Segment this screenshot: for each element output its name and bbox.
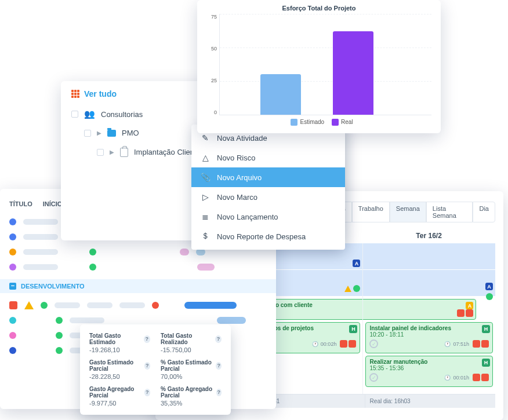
clock-icon: 🕐 xyxy=(312,341,318,347)
help-icon[interactable]: ? xyxy=(215,335,222,343)
chart-plot xyxy=(219,14,431,115)
help-icon[interactable]: ? xyxy=(216,389,222,396)
status-dot-icon xyxy=(9,233,16,240)
warning-icon xyxy=(24,301,34,309)
attachment-icon: 📎 xyxy=(201,173,210,182)
collapse-icon[interactable]: − xyxy=(9,283,16,290)
chart-panel: Esforço Total do Projeto 75 50 25 0 Esti… xyxy=(197,0,441,133)
chevron-icon: ▶ xyxy=(97,130,101,136)
h-badge-icon: H xyxy=(482,325,490,333)
check-icon[interactable]: ✓ xyxy=(369,339,378,348)
metric-value: -28.228,50 xyxy=(89,373,150,380)
status-dot-icon xyxy=(56,317,63,324)
status-dot-icon xyxy=(56,332,63,339)
flag-red-icon xyxy=(481,374,489,381)
h-badge-icon: H xyxy=(349,325,357,333)
view-listweek[interactable]: Lista Semana xyxy=(426,202,473,222)
clock-icon: 🕐 xyxy=(444,341,451,347)
day-tue: Ter 16/2 xyxy=(362,228,495,243)
legend-swatch-real xyxy=(332,119,339,126)
clipboard-icon xyxy=(120,148,128,157)
h-badge-icon: H xyxy=(482,359,490,367)
apps-icon xyxy=(71,90,79,98)
badge-a-icon: A xyxy=(353,260,360,267)
flag-icon xyxy=(9,301,17,309)
col-start: INÍCIO xyxy=(43,200,63,207)
metric-label: Total Gasto Estimado? xyxy=(89,333,150,345)
event-time: 10:20 - 18:11 xyxy=(369,331,489,338)
metrics-popover: Total Gasto Estimado?-19.268,10 Total Ga… xyxy=(80,324,231,415)
status-dot-icon xyxy=(41,302,48,309)
folder-icon xyxy=(107,130,116,137)
event-title: Instalar painel de indicadores xyxy=(369,325,489,331)
event-title: Realizar manutenção xyxy=(369,359,489,365)
view-day[interactable]: Dia xyxy=(473,202,495,222)
flag-red-icon xyxy=(340,340,347,348)
status-dot-icon xyxy=(9,218,16,225)
menu-new-milestone[interactable]: ▷Novo Marco xyxy=(191,187,345,207)
status-dot-icon xyxy=(353,285,360,292)
chart-yaxis: 75 50 25 0 xyxy=(206,14,219,115)
status-dot-icon xyxy=(56,347,63,354)
chart-area: 75 50 25 0 xyxy=(206,14,431,115)
metric-value: -15.750,00 xyxy=(161,346,222,353)
gantt-row[interactable] xyxy=(9,260,267,275)
metric-label: Gasto Agregado Parcial? xyxy=(89,386,150,399)
flag-red-icon xyxy=(473,374,480,381)
chart-title: Esforço Total do Projeto xyxy=(206,5,431,12)
menu-new-risk[interactable]: △Novo Risco xyxy=(191,148,345,167)
status-dot-icon xyxy=(486,293,493,300)
metric-value: 70,00% xyxy=(161,373,222,380)
edit-icon: ✎ xyxy=(201,133,210,143)
view-switcher: Mês Trabalho Semana Lista Semana Dia xyxy=(327,202,495,222)
help-icon[interactable]: ? xyxy=(216,362,222,370)
view-week[interactable]: Semana xyxy=(390,202,426,222)
metric-value: 35,35% xyxy=(161,400,222,407)
menu-new-file[interactable]: 📎Novo Arquivo xyxy=(191,167,345,187)
legend-swatch-estimado xyxy=(291,119,297,126)
bar-estimado xyxy=(260,74,301,115)
status-dot-icon xyxy=(89,264,96,271)
status-dot-icon xyxy=(9,249,16,255)
duration: 🕐00:02h xyxy=(312,341,337,347)
status-dot-icon xyxy=(9,317,16,324)
metric-label: Total Gasto Realizado? xyxy=(161,333,222,345)
help-icon[interactable]: ? xyxy=(144,362,150,370)
col-title: TÍTULO xyxy=(9,200,32,207)
view-work[interactable]: Trabalho xyxy=(352,202,390,222)
metric-label: % Gasto Estimado Parcial? xyxy=(161,359,222,372)
list-icon: ≣ xyxy=(201,212,210,221)
checkbox-icon[interactable] xyxy=(71,111,78,118)
event-maintenance[interactable]: H Realizar manutenção 15:35 - 15:36 ✓ 🕐0… xyxy=(365,356,493,387)
status-dot-icon xyxy=(152,302,159,309)
metric-label: Gasto Estimado Parcial? xyxy=(89,359,150,372)
badge-a-icon: A xyxy=(485,283,493,290)
group-icon: 👥 xyxy=(84,109,95,119)
flag-icon: ▷ xyxy=(201,192,210,202)
status-dot-icon xyxy=(89,249,96,255)
help-icon[interactable]: ? xyxy=(144,389,150,396)
warning-icon xyxy=(344,286,351,292)
metric-value: -9.977,50 xyxy=(89,400,150,407)
menu-new-expense[interactable]: ＄Novo Reporte de Despesa xyxy=(191,227,345,246)
flag-red-icon xyxy=(473,340,480,348)
gantt-section[interactable]: −DESENVOLVIMENTO xyxy=(0,279,276,293)
checkbox-icon[interactable] xyxy=(97,149,104,156)
gantt-row[interactable] xyxy=(9,298,267,313)
flag-red-icon xyxy=(349,340,356,348)
footer-tue: Real dia: 16h03 xyxy=(365,395,495,408)
chevron-icon: ▶ xyxy=(110,149,114,155)
bar-real xyxy=(333,31,373,115)
chart-legend: Estimado Real xyxy=(206,119,431,126)
metric-value: -19.268,10 xyxy=(89,346,150,353)
help-icon[interactable]: ? xyxy=(144,335,150,343)
status-dot-icon xyxy=(9,264,16,271)
context-menu: ✎Nova Atividade △Novo Risco 📎Novo Arquiv… xyxy=(191,125,345,250)
check-icon[interactable]: ✓ xyxy=(369,373,378,382)
checkbox-icon[interactable] xyxy=(84,130,91,137)
event-install-panel[interactable]: H Instalar painel de indicadores 10:20 -… xyxy=(365,322,493,353)
clock-icon: 🕐 xyxy=(444,375,451,381)
warning-icon: △ xyxy=(201,153,210,162)
status-dot-icon xyxy=(9,332,16,339)
menu-new-entry[interactable]: ≣Novo Lançamento xyxy=(191,207,345,227)
